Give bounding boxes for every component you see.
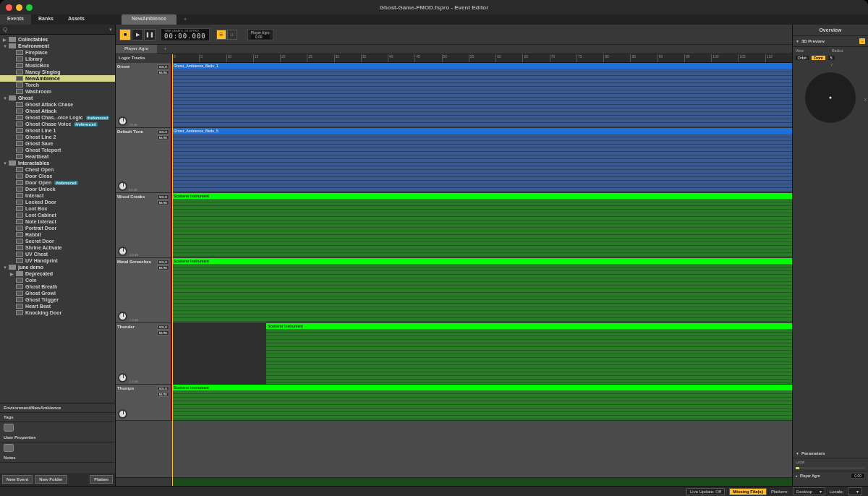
tree-event[interactable]: Door Unlock: [0, 186, 115, 192]
tree-event[interactable]: Knocking Door: [0, 309, 115, 316]
gain-knob[interactable]: [118, 409, 127, 419]
param-value[interactable]: 0.00: [851, 473, 865, 479]
mute-button[interactable]: MUTE: [157, 70, 169, 75]
mute-button[interactable]: MUTE: [157, 392, 169, 397]
tree-event[interactable]: Torch: [0, 82, 115, 88]
tree-event[interactable]: NewAmbience: [0, 75, 115, 82]
new-folder-button[interactable]: New Folder: [35, 475, 67, 484]
track-header[interactable]: ThumpsSOLOMUTE: [116, 385, 172, 420]
view-levels-button[interactable]: ⎍: [227, 30, 237, 40]
tree-event[interactable]: Locked Door: [0, 199, 115, 205]
tab-assets[interactable]: Assets: [61, 14, 92, 25]
tree-event[interactable]: Secret Door: [0, 238, 115, 244]
tree-event[interactable]: Ghost Line 1: [0, 127, 115, 134]
audio-clip[interactable]: Scatterer Instrument: [172, 258, 792, 322]
solo-button[interactable]: SOLO: [157, 260, 169, 265]
document-tab[interactable]: NewAmbience: [122, 14, 176, 25]
tree-event[interactable]: Coin: [0, 277, 115, 283]
time-ruler[interactable]: 0510152025303540455055606570758085909510…: [172, 54, 792, 63]
track-lane[interactable]: Ghost_Ambience_Beds_5: [172, 128, 792, 192]
tree-event[interactable]: Note Interact: [0, 218, 115, 225]
audio-clip[interactable]: Ghost_Ambience_Beds_1: [172, 63, 792, 127]
search-input[interactable]: [9, 27, 109, 32]
view-front[interactable]: Front: [812, 56, 825, 60]
mute-button[interactable]: MUTE: [157, 330, 169, 335]
tree-event[interactable]: Door Close: [0, 173, 115, 179]
preview-3d[interactable]: Y X: [793, 61, 868, 134]
track-header[interactable]: Metal ScreechesSOLOMUTE-7.0 dB: [116, 258, 172, 322]
tree-event[interactable]: Chest Open: [0, 166, 115, 173]
tree-event[interactable]: Ghost Save: [0, 140, 115, 147]
track-lane[interactable]: Scatterer Instrument: [172, 385, 792, 420]
gain-knob[interactable]: [118, 312, 127, 321]
tree-event[interactable]: Heartbeat: [0, 153, 115, 160]
tracks-container[interactable]: DroneSOLOMUTE-10 dBGhost_Ambience_Beds_1…: [116, 63, 792, 477]
tree-event[interactable]: Fireplace: [0, 49, 115, 56]
platform-dropdown[interactable]: Desktop ▾: [793, 487, 825, 495]
tree-event[interactable]: MusicBox: [0, 62, 115, 69]
tree-event[interactable]: Library: [0, 56, 115, 62]
tree-folder[interactable]: ▶Deprecated: [0, 270, 115, 277]
tree-folder[interactable]: ▼Environment: [0, 43, 115, 49]
mute-button[interactable]: MUTE: [157, 135, 169, 140]
new-event-button[interactable]: New Event: [2, 475, 33, 484]
view-dropdown[interactable]: Orbit: [796, 56, 809, 60]
track-header[interactable]: Wood CreaksSOLOMUTE-3.0 dB: [116, 193, 172, 257]
timecode-display[interactable]: TIME | BEATS | STOPPED 00:00.000: [161, 28, 210, 41]
stop-button[interactable]: ■: [119, 29, 131, 40]
track-lane[interactable]: Scatterer Instrument: [172, 258, 792, 322]
tree-event[interactable]: Ghost Growl: [0, 290, 115, 296]
track-lane[interactable]: Scatterer Instrument: [172, 193, 792, 257]
tree-event[interactable]: Ghost Chas...oice Logic#referenced: [0, 114, 115, 121]
maximize-icon[interactable]: [26, 4, 33, 11]
flatten-button[interactable]: Flatten: [90, 475, 113, 484]
overview-track[interactable]: [116, 477, 792, 486]
track-header[interactable]: ThunderSOLOMUTE-5.0 dB: [116, 323, 172, 384]
mute-button[interactable]: MUTE: [157, 265, 169, 270]
tree-event[interactable]: Shrine Activate: [0, 244, 115, 251]
tree-folder[interactable]: ▼Ghost: [0, 95, 115, 101]
tree-folder[interactable]: ▼Interactables: [0, 160, 115, 166]
tree-event[interactable]: Ghost Breath: [0, 283, 115, 290]
tree-event[interactable]: Interact: [0, 192, 115, 199]
tree-event[interactable]: Ghost Attack: [0, 108, 115, 114]
tree-event[interactable]: Ghost Line 2: [0, 134, 115, 140]
tree-event[interactable]: Heart Beat: [0, 303, 115, 309]
tree-event[interactable]: Ghost Teleport: [0, 147, 115, 153]
preview-sphere[interactable]: [805, 72, 856, 123]
tree-event[interactable]: Rabbit: [0, 231, 115, 238]
add-tab-button[interactable]: +: [176, 14, 195, 25]
tree-folder[interactable]: ▶Collectables: [0, 36, 115, 43]
track-lane[interactable]: Scatterer Instrument: [172, 323, 792, 384]
solo-button[interactable]: SOLO: [157, 64, 169, 69]
audio-clip[interactable]: Scatterer Instrument: [266, 323, 792, 384]
tab-events[interactable]: Events: [0, 14, 31, 25]
audio-clip[interactable]: Scatterer Instrument: [172, 385, 792, 420]
tree-event[interactable]: Door Open#referenced: [0, 179, 115, 186]
solo-button[interactable]: SOLO: [157, 129, 169, 134]
mute-button[interactable]: MUTE: [157, 200, 169, 205]
param-disclosure[interactable]: ▸: [796, 474, 798, 478]
gain-knob[interactable]: [118, 181, 127, 191]
tree-event[interactable]: Nancy Singing: [0, 69, 115, 75]
tree-event[interactable]: Ghost Chase Voice#referenced: [0, 121, 115, 127]
toolbar-param-chip[interactable]: Player Agro 0.00: [247, 29, 273, 40]
gain-knob[interactable]: [118, 116, 127, 126]
tree-event[interactable]: Ghost Trigger: [0, 296, 115, 303]
track-lane[interactable]: Ghost_Ambience_Beds_1: [172, 63, 792, 127]
preview-section[interactable]: ▼ 3D Preview 🔒: [793, 36, 868, 47]
locale-dropdown[interactable]: ▾: [848, 487, 862, 495]
play-button[interactable]: ▶: [132, 29, 143, 40]
params-section[interactable]: ▼ Parameters: [793, 449, 868, 458]
view-list-button[interactable]: ☰: [216, 30, 226, 40]
local-slider[interactable]: [796, 467, 865, 469]
tab-banks[interactable]: Banks: [31, 14, 61, 25]
param-tab-add[interactable]: +: [158, 45, 172, 54]
event-tree[interactable]: ▶Collectables▼EnvironmentFireplaceLibrar…: [0, 35, 115, 403]
radius-input[interactable]: 5: [828, 56, 835, 60]
minimize-icon[interactable]: [16, 4, 22, 11]
param-tab[interactable]: Player Agro: [116, 45, 157, 54]
lock-icon[interactable]: 🔒: [859, 38, 865, 44]
missing-files-status[interactable]: Missing File(s): [729, 488, 767, 495]
track-header[interactable]: DroneSOLOMUTE-10 dB: [116, 63, 172, 127]
